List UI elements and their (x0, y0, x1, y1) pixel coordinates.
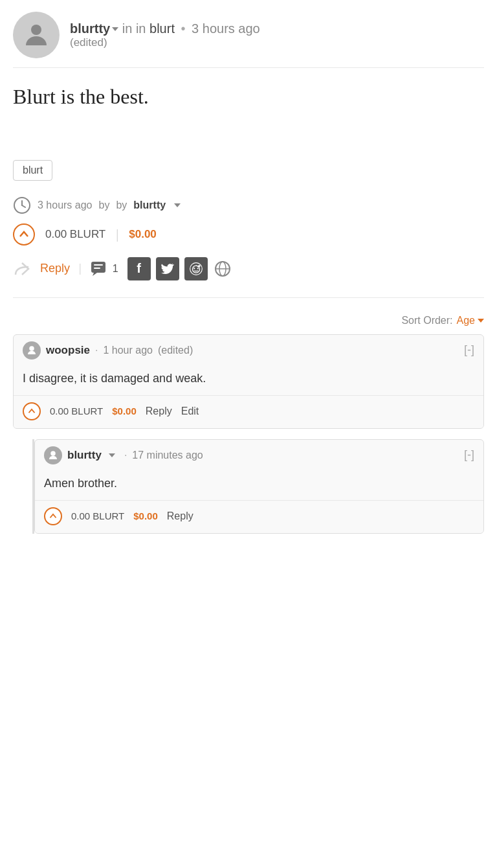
svg-rect-4 (91, 262, 105, 273)
post-edited: (edited) (70, 36, 260, 49)
comment-1-upvote[interactable] (23, 402, 41, 420)
footer-time-text: 3 hours ago (38, 200, 93, 211)
nested-comment-1-time: 17 minutes ago (132, 450, 203, 461)
comment-1-dot-sep: · (95, 345, 98, 356)
in-text-word: in (136, 21, 149, 36)
post-meta: blurtty in in blurt • 3 hours ago (edite… (70, 21, 260, 49)
comment-1-avatar[interactable] (23, 341, 41, 360)
nested-comment-1-avatar[interactable] (44, 446, 62, 464)
post-content: Blurt is the best. (0, 68, 497, 121)
comment-icon (91, 261, 109, 277)
comment-count: 1 (113, 263, 118, 275)
nested-comment-block-1: blurtty · 17 minutes ago [-] Amen brothe… (34, 439, 484, 534)
svg-rect-5 (94, 264, 103, 266)
post-header: blurtty in in blurt • 3 hours ago (edite… (0, 0, 497, 67)
actions-separator: | (79, 262, 82, 275)
comment-1-collapse[interactable]: [-] (464, 343, 474, 357)
comment-1-dollar: $0.00 (112, 405, 137, 417)
nested-comment-1-blurt: 0.00 BLURT (71, 510, 124, 521)
in-text: in (122, 21, 133, 36)
post-title: Blurt is the best. (13, 84, 484, 111)
svg-point-11 (197, 268, 198, 269)
sort-label: Sort Order: (401, 315, 452, 326)
nested-comment-1-upvote[interactable] (44, 507, 62, 525)
comment-1-blurt: 0.00 BLURT (50, 405, 103, 417)
post-footer: 3 hours ago by by blurtty 0.00 BLURT | $… (0, 191, 497, 291)
svg-point-18 (29, 346, 34, 351)
social-share-icons: f (127, 257, 232, 280)
link-icon (214, 260, 231, 277)
svg-rect-6 (94, 268, 100, 269)
share-icon (13, 262, 31, 276)
nested-comment-1-arrow[interactable] (107, 450, 115, 461)
nested-comment-1-reply-button[interactable]: Reply (167, 510, 193, 522)
author-avatar[interactable] (13, 12, 60, 58)
vote-dollar-amount: $0.00 (129, 228, 157, 241)
comment-1-body: I disagree, it is damaged and weak. (14, 365, 483, 395)
svg-point-19 (50, 451, 56, 456)
nested-comment-1-header: blurtty · 17 minutes ago [-] (35, 440, 483, 470)
vote-blurt-amount: 0.00 BLURT (45, 228, 105, 241)
nested-comment-wrapper: blurtty · 17 minutes ago [-] Amen brothe… (32, 439, 484, 534)
comment-1-edit-button[interactable]: Edit (181, 405, 199, 417)
post-meta-line1: blurtty in in blurt • 3 hours ago (70, 21, 260, 36)
nested-comment-1-collapse[interactable]: [-] (464, 448, 474, 462)
vote-row: 0.00 BLURT | $0.00 (13, 223, 484, 246)
comment-1-username[interactable]: woopsie (46, 344, 90, 357)
copy-link-button[interactable] (213, 259, 232, 279)
community-name[interactable]: blurt (149, 21, 175, 36)
nested-comment-1-body: Amen brother. (35, 470, 483, 500)
actions-row: Reply | 1 f (13, 255, 484, 283)
comment-count-area[interactable]: 1 (91, 261, 118, 277)
comment-1-header: woopsie · 1 hour ago (edited) [-] (14, 335, 483, 365)
author-username[interactable]: blurtty (70, 21, 110, 36)
sort-order-row: Sort Order: Age (0, 304, 497, 334)
sort-value[interactable]: Age (457, 315, 475, 326)
footer-author-arrow[interactable] (172, 200, 181, 211)
reddit-share-button[interactable] (184, 257, 208, 280)
upvote-button[interactable] (13, 223, 35, 246)
comment-1-edited: (edited) (158, 345, 193, 356)
nested-comment-1-footer: 0.00 BLURT $0.00 Reply (35, 500, 483, 533)
pipe-separator: | (116, 227, 118, 242)
post-time: 3 hours ago (192, 21, 260, 36)
post-tag[interactable]: blurt (13, 160, 52, 181)
by-label: by (99, 200, 110, 211)
comment-1-footer: 0.00 BLURT $0.00 Reply Edit (14, 395, 483, 428)
footer-time-row: 3 hours ago by by blurtty (13, 196, 484, 214)
twitter-icon (161, 263, 174, 275)
nested-comment-1-username[interactable]: blurtty (67, 449, 102, 462)
sort-dropdown-arrow[interactable] (478, 319, 484, 323)
reddit-icon (189, 262, 203, 276)
comment-1-meta: woopsie · 1 hour ago (edited) (23, 341, 193, 360)
twitter-share-button[interactable] (156, 257, 179, 280)
comment-block-1: woopsie · 1 hour ago (edited) [-] I disa… (13, 334, 484, 429)
svg-point-0 (31, 25, 41, 35)
facebook-share-button[interactable]: f (127, 257, 151, 280)
footer-author[interactable]: blurtty (133, 200, 166, 211)
dropdown-arrow-author[interactable] (110, 21, 118, 36)
nested-comment-1-dollar: $0.00 (133, 510, 158, 521)
dot-separator: • (181, 21, 186, 36)
comment-1-reply-button[interactable]: Reply (146, 405, 172, 417)
content-divider (13, 297, 484, 298)
comment-1-time: 1 hour ago (103, 345, 153, 356)
svg-point-10 (193, 268, 195, 269)
svg-line-3 (22, 205, 25, 207)
nested-dot-sep: · (124, 450, 127, 461)
svg-point-7 (189, 262, 203, 276)
nested-comment-1-meta: blurtty · 17 minutes ago (44, 446, 203, 464)
tag-area: blurt (0, 121, 497, 191)
reply-button[interactable]: Reply (40, 262, 70, 275)
clock-icon (13, 196, 31, 214)
